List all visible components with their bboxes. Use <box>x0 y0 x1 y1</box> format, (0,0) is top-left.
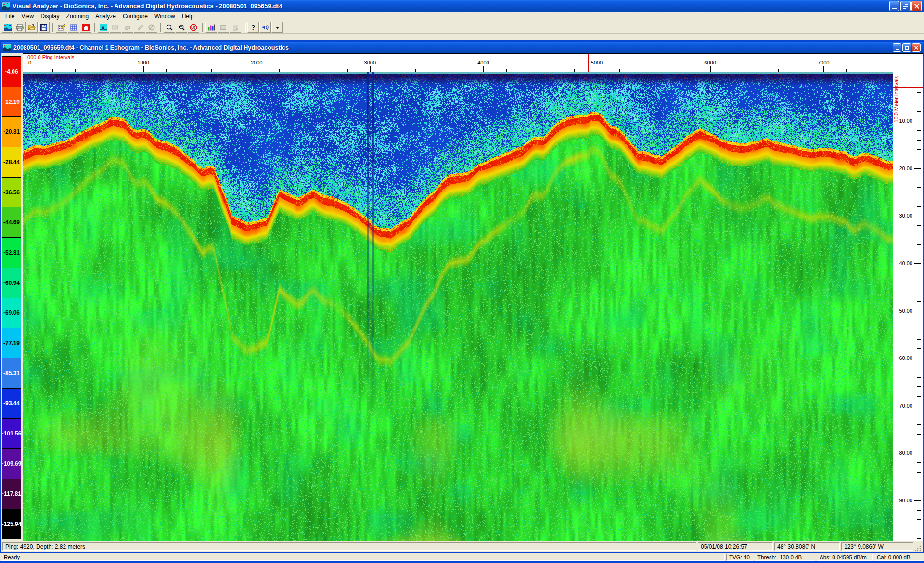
window-bottom-border <box>0 561 924 563</box>
resize-grip[interactable] <box>915 544 922 552</box>
minimize-button[interactable] <box>889 1 899 11</box>
depth-tick <box>917 149 921 150</box>
menu-file[interactable]: File <box>2 12 18 21</box>
depth-tick <box>917 482 921 482</box>
color-scale-entry: -125.94 <box>2 509 21 539</box>
echogram-window-icon <box>3 44 11 51</box>
grid-button[interactable] <box>68 22 79 33</box>
ping-tick-label: 2000 <box>251 60 262 65</box>
ping-tick <box>597 66 597 72</box>
child-maximize-button[interactable] <box>902 43 911 52</box>
depth-tick <box>917 102 921 102</box>
meter-interval-label: 10.0 Meter intervals <box>893 76 899 123</box>
menu-analyze[interactable]: Analyze <box>92 12 119 21</box>
erase-button <box>122 22 133 33</box>
depth-tick <box>917 529 921 529</box>
depth-axis: 10.0 Meter intervals 10.0020.0030.0040.0… <box>893 72 923 541</box>
child-close-button[interactable] <box>912 43 921 52</box>
menu-view[interactable]: View <box>18 12 37 21</box>
depth-tick <box>914 216 921 216</box>
zoom-in-button[interactable] <box>164 22 175 33</box>
depth-tick <box>914 311 921 311</box>
depth-tick <box>917 244 921 245</box>
depth-tick <box>917 254 921 254</box>
child-window-title: 20080501_095659.dt4 - Channel 1 Echogram… <box>13 44 890 51</box>
color-scale-entry: -69.06 <box>2 298 21 329</box>
depth-tick <box>917 368 921 368</box>
menu-window[interactable]: Window <box>151 12 179 21</box>
status-cal: Cal: 0.000 dB <box>874 554 923 561</box>
depth-tick-label: 60.00 <box>899 355 912 361</box>
print-button[interactable] <box>14 22 26 33</box>
restore-button[interactable] <box>900 1 911 11</box>
depth-tick <box>917 273 921 273</box>
color-scale: -4.06-12.19-20.31-28.44-36.56-44.69-52.8… <box>2 56 21 539</box>
window-title: Visual Analyzer - BioSonics, Inc. - Adva… <box>13 2 887 10</box>
svg-text:?: ? <box>251 24 256 31</box>
playback-dropdown[interactable] <box>271 22 283 33</box>
depth-tick <box>914 453 921 453</box>
toolbar-separator <box>243 22 246 33</box>
help-button[interactable]: ? <box>247 22 259 33</box>
color-scale-entry: -20.31 <box>2 117 21 147</box>
ping-tick-label: 1000 <box>137 60 149 65</box>
toolbar-separator <box>93 22 97 33</box>
color-scale-entry: -117.81 <box>2 479 21 510</box>
color-scale-entry: -109.69 <box>2 449 21 479</box>
depth-tick <box>917 130 921 131</box>
depth-tick <box>917 301 921 302</box>
child-minimize-button[interactable] <box>893 43 901 52</box>
depth-tick-label: 70.00 <box>899 403 912 409</box>
color-scale-entry: -101.56 <box>2 419 21 449</box>
menu-zooming[interactable]: Zooming <box>63 12 92 21</box>
close-button[interactable] <box>911 1 922 11</box>
depth-tick-label: 30.00 <box>899 213 912 218</box>
zoom-out-button[interactable] <box>176 22 187 33</box>
depth-tick-label: 90.00 <box>899 498 912 503</box>
depth-tick <box>917 92 921 93</box>
depth-tick-label: 20.00 <box>899 166 912 171</box>
depth-tick <box>917 292 921 292</box>
status-ready: Ready <box>1 554 725 561</box>
main-status-bar: Ready TVG: 40 Thresh: -130.0 dB Abs: 0.0… <box>0 553 924 561</box>
open-file-button[interactable] <box>26 22 38 33</box>
depth-tick <box>917 140 921 141</box>
ping-tick <box>257 66 257 72</box>
pan-button[interactable] <box>80 22 91 33</box>
ping-tick-label: 4000 <box>477 60 489 65</box>
depth-tick-label: 50.00 <box>899 308 912 314</box>
no-edit-button <box>146 22 157 33</box>
bottom-pick-button <box>110 22 121 33</box>
edit-colors-button[interactable] <box>56 22 67 33</box>
depth-tick <box>917 415 921 415</box>
depth-tick <box>917 159 921 159</box>
depth-tick <box>914 121 921 121</box>
playback-button[interactable] <box>259 22 271 33</box>
echogram-canvas[interactable] <box>23 72 893 541</box>
draw-button <box>134 22 145 33</box>
depth-tick <box>914 358 921 358</box>
echogram-view-button[interactable] <box>2 22 13 33</box>
depth-tick <box>914 406 921 406</box>
ping-axis: 1000.0 Ping Intervals 010002000300040005… <box>23 53 923 72</box>
save-button[interactable] <box>38 22 50 33</box>
waveform-button[interactable] <box>98 22 109 33</box>
depth-tick <box>917 462 921 463</box>
analysis-chart-button[interactable] <box>205 22 217 33</box>
ping-tick <box>483 66 484 72</box>
depth-tick <box>917 197 921 197</box>
status-thresh: Thresh: -130.0 dB <box>755 554 815 561</box>
echogram-content: -4.06-12.19-20.31-28.44-36.56-44.69-52.8… <box>1 53 923 541</box>
longitude-readout: 123° 9.0860' W <box>841 542 913 551</box>
depth-tick <box>917 386 921 387</box>
ping-interval-label: 1000.0 Ping Intervals <box>25 54 74 60</box>
menu-configure[interactable]: Configure <box>119 12 151 21</box>
menu-help[interactable]: Help <box>179 12 197 21</box>
color-scale-entry: -36.56 <box>2 178 21 208</box>
report-button <box>218 22 229 33</box>
menu-display[interactable]: Display <box>37 12 63 21</box>
zoom-reset-button[interactable] <box>188 22 199 33</box>
depth-tick <box>914 168 921 169</box>
ping-tick-label: 5000 <box>591 60 603 65</box>
color-scale-entry: -93.44 <box>2 389 21 419</box>
